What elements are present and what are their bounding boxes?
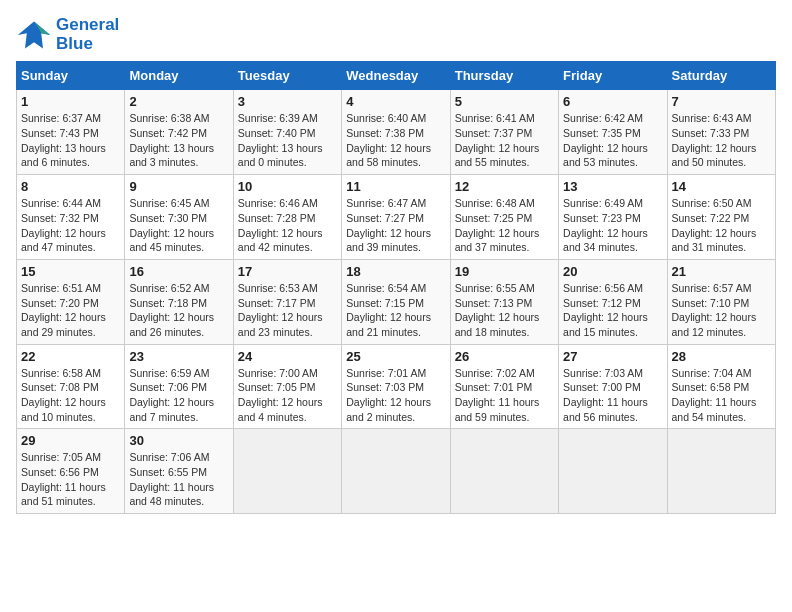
day-number: 20 <box>563 264 662 279</box>
day-info: Sunrise: 7:05 AMSunset: 6:56 PMDaylight:… <box>21 450 120 509</box>
calendar-cell: 14Sunrise: 6:50 AMSunset: 7:22 PMDayligh… <box>667 175 775 260</box>
day-info: Sunrise: 6:41 AMSunset: 7:37 PMDaylight:… <box>455 111 554 170</box>
calendar-cell: 9Sunrise: 6:45 AMSunset: 7:30 PMDaylight… <box>125 175 233 260</box>
calendar-cell: 24Sunrise: 7:00 AMSunset: 7:05 PMDayligh… <box>233 344 341 429</box>
day-number: 30 <box>129 433 228 448</box>
weekday-header-tuesday: Tuesday <box>233 62 341 90</box>
calendar-cell: 26Sunrise: 7:02 AMSunset: 7:01 PMDayligh… <box>450 344 558 429</box>
logo: General Blue <box>16 16 119 53</box>
day-number: 11 <box>346 179 445 194</box>
day-info: Sunrise: 6:53 AMSunset: 7:17 PMDaylight:… <box>238 281 337 340</box>
day-number: 18 <box>346 264 445 279</box>
day-number: 6 <box>563 94 662 109</box>
day-number: 9 <box>129 179 228 194</box>
day-info: Sunrise: 6:49 AMSunset: 7:23 PMDaylight:… <box>563 196 662 255</box>
day-number: 28 <box>672 349 771 364</box>
logo-icon <box>16 17 52 53</box>
day-info: Sunrise: 6:54 AMSunset: 7:15 PMDaylight:… <box>346 281 445 340</box>
calendar-cell: 2Sunrise: 6:38 AMSunset: 7:42 PMDaylight… <box>125 90 233 175</box>
calendar-cell: 11Sunrise: 6:47 AMSunset: 7:27 PMDayligh… <box>342 175 450 260</box>
day-info: Sunrise: 6:58 AMSunset: 7:08 PMDaylight:… <box>21 366 120 425</box>
day-number: 2 <box>129 94 228 109</box>
day-number: 8 <box>21 179 120 194</box>
day-info: Sunrise: 6:51 AMSunset: 7:20 PMDaylight:… <box>21 281 120 340</box>
day-number: 24 <box>238 349 337 364</box>
calendar-cell <box>342 429 450 514</box>
calendar-cell: 12Sunrise: 6:48 AMSunset: 7:25 PMDayligh… <box>450 175 558 260</box>
calendar-cell: 4Sunrise: 6:40 AMSunset: 7:38 PMDaylight… <box>342 90 450 175</box>
day-info: Sunrise: 7:04 AMSunset: 6:58 PMDaylight:… <box>672 366 771 425</box>
day-info: Sunrise: 6:52 AMSunset: 7:18 PMDaylight:… <box>129 281 228 340</box>
page-header: General Blue <box>16 16 776 53</box>
day-info: Sunrise: 6:42 AMSunset: 7:35 PMDaylight:… <box>563 111 662 170</box>
calendar-cell: 29Sunrise: 7:05 AMSunset: 6:56 PMDayligh… <box>17 429 125 514</box>
weekday-header-monday: Monday <box>125 62 233 90</box>
day-number: 7 <box>672 94 771 109</box>
day-number: 21 <box>672 264 771 279</box>
day-number: 16 <box>129 264 228 279</box>
day-number: 15 <box>21 264 120 279</box>
day-number: 12 <box>455 179 554 194</box>
day-info: Sunrise: 7:02 AMSunset: 7:01 PMDaylight:… <box>455 366 554 425</box>
day-number: 13 <box>563 179 662 194</box>
calendar-cell: 22Sunrise: 6:58 AMSunset: 7:08 PMDayligh… <box>17 344 125 429</box>
calendar-cell <box>667 429 775 514</box>
day-number: 14 <box>672 179 771 194</box>
calendar-cell: 5Sunrise: 6:41 AMSunset: 7:37 PMDaylight… <box>450 90 558 175</box>
calendar-cell: 17Sunrise: 6:53 AMSunset: 7:17 PMDayligh… <box>233 259 341 344</box>
day-number: 25 <box>346 349 445 364</box>
calendar-cell <box>559 429 667 514</box>
day-info: Sunrise: 6:37 AMSunset: 7:43 PMDaylight:… <box>21 111 120 170</box>
day-info: Sunrise: 6:39 AMSunset: 7:40 PMDaylight:… <box>238 111 337 170</box>
day-number: 29 <box>21 433 120 448</box>
logo-text: General Blue <box>56 16 119 53</box>
day-info: Sunrise: 6:48 AMSunset: 7:25 PMDaylight:… <box>455 196 554 255</box>
calendar-cell: 7Sunrise: 6:43 AMSunset: 7:33 PMDaylight… <box>667 90 775 175</box>
day-number: 19 <box>455 264 554 279</box>
weekday-header-thursday: Thursday <box>450 62 558 90</box>
day-number: 22 <box>21 349 120 364</box>
day-number: 5 <box>455 94 554 109</box>
day-number: 10 <box>238 179 337 194</box>
calendar-cell: 1Sunrise: 6:37 AMSunset: 7:43 PMDaylight… <box>17 90 125 175</box>
calendar-cell: 27Sunrise: 7:03 AMSunset: 7:00 PMDayligh… <box>559 344 667 429</box>
day-info: Sunrise: 6:55 AMSunset: 7:13 PMDaylight:… <box>455 281 554 340</box>
weekday-header-friday: Friday <box>559 62 667 90</box>
day-number: 1 <box>21 94 120 109</box>
day-info: Sunrise: 6:46 AMSunset: 7:28 PMDaylight:… <box>238 196 337 255</box>
day-info: Sunrise: 6:47 AMSunset: 7:27 PMDaylight:… <box>346 196 445 255</box>
calendar-cell: 23Sunrise: 6:59 AMSunset: 7:06 PMDayligh… <box>125 344 233 429</box>
day-info: Sunrise: 6:59 AMSunset: 7:06 PMDaylight:… <box>129 366 228 425</box>
day-info: Sunrise: 6:40 AMSunset: 7:38 PMDaylight:… <box>346 111 445 170</box>
day-info: Sunrise: 6:56 AMSunset: 7:12 PMDaylight:… <box>563 281 662 340</box>
calendar-cell <box>450 429 558 514</box>
day-info: Sunrise: 7:01 AMSunset: 7:03 PMDaylight:… <box>346 366 445 425</box>
day-info: Sunrise: 6:50 AMSunset: 7:22 PMDaylight:… <box>672 196 771 255</box>
day-number: 26 <box>455 349 554 364</box>
calendar-cell: 3Sunrise: 6:39 AMSunset: 7:40 PMDaylight… <box>233 90 341 175</box>
calendar-table: SundayMondayTuesdayWednesdayThursdayFrid… <box>16 61 776 514</box>
day-number: 4 <box>346 94 445 109</box>
calendar-cell: 10Sunrise: 6:46 AMSunset: 7:28 PMDayligh… <box>233 175 341 260</box>
svg-marker-0 <box>18 21 50 48</box>
day-info: Sunrise: 7:06 AMSunset: 6:55 PMDaylight:… <box>129 450 228 509</box>
calendar-cell <box>233 429 341 514</box>
calendar-cell: 25Sunrise: 7:01 AMSunset: 7:03 PMDayligh… <box>342 344 450 429</box>
calendar-cell: 19Sunrise: 6:55 AMSunset: 7:13 PMDayligh… <box>450 259 558 344</box>
day-info: Sunrise: 7:00 AMSunset: 7:05 PMDaylight:… <box>238 366 337 425</box>
calendar-cell: 13Sunrise: 6:49 AMSunset: 7:23 PMDayligh… <box>559 175 667 260</box>
day-number: 23 <box>129 349 228 364</box>
day-info: Sunrise: 6:44 AMSunset: 7:32 PMDaylight:… <box>21 196 120 255</box>
calendar-cell: 21Sunrise: 6:57 AMSunset: 7:10 PMDayligh… <box>667 259 775 344</box>
day-info: Sunrise: 6:43 AMSunset: 7:33 PMDaylight:… <box>672 111 771 170</box>
calendar-cell: 15Sunrise: 6:51 AMSunset: 7:20 PMDayligh… <box>17 259 125 344</box>
day-number: 27 <box>563 349 662 364</box>
day-number: 3 <box>238 94 337 109</box>
calendar-cell: 6Sunrise: 6:42 AMSunset: 7:35 PMDaylight… <box>559 90 667 175</box>
day-info: Sunrise: 6:38 AMSunset: 7:42 PMDaylight:… <box>129 111 228 170</box>
day-number: 17 <box>238 264 337 279</box>
calendar-cell: 20Sunrise: 6:56 AMSunset: 7:12 PMDayligh… <box>559 259 667 344</box>
weekday-header-wednesday: Wednesday <box>342 62 450 90</box>
calendar-cell: 18Sunrise: 6:54 AMSunset: 7:15 PMDayligh… <box>342 259 450 344</box>
calendar-cell: 16Sunrise: 6:52 AMSunset: 7:18 PMDayligh… <box>125 259 233 344</box>
